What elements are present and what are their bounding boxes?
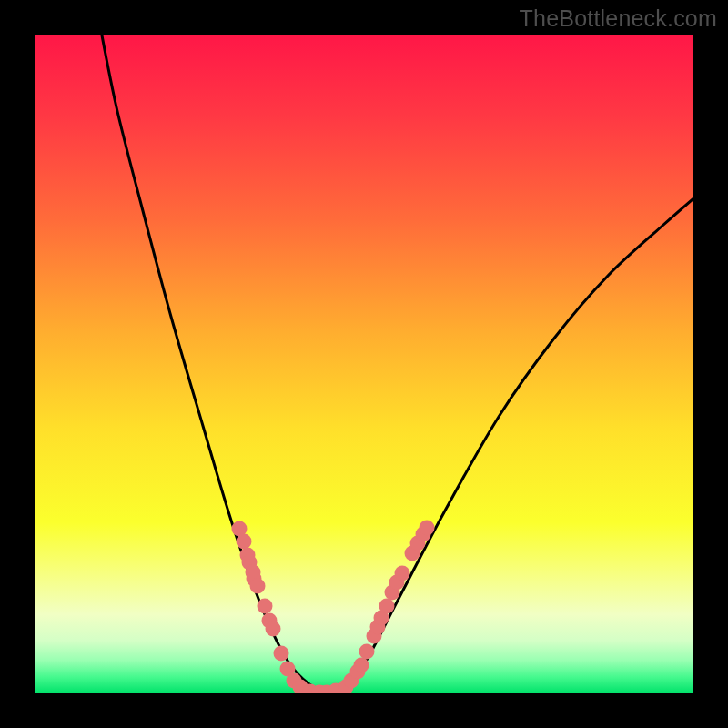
data-marker [258, 599, 273, 614]
plot-frame [35, 35, 693, 693]
data-marker [395, 566, 410, 581]
data-marker [359, 644, 375, 660]
data-marker [237, 534, 252, 550]
data-marker [379, 599, 395, 614]
marker-layer [232, 521, 435, 694]
watermark-text: TheBottleneck.com [520, 5, 717, 32]
data-marker [354, 658, 369, 673]
data-marker [250, 579, 266, 594]
data-marker [420, 521, 435, 536]
bottleneck-curve [35, 35, 693, 693]
data-marker [274, 646, 289, 662]
data-marker [266, 622, 281, 637]
